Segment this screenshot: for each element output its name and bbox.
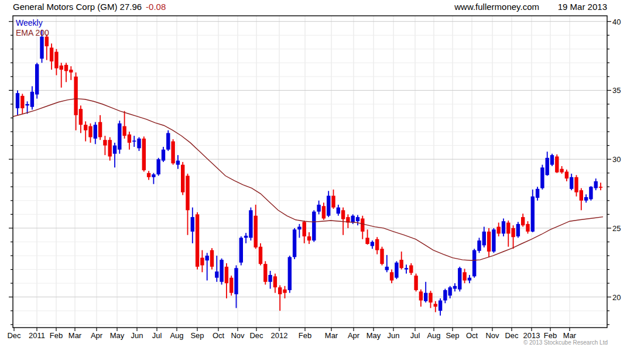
candle (60, 63, 63, 87)
candle (322, 202, 326, 219)
candle (162, 147, 165, 162)
candle (186, 174, 189, 235)
candle (346, 214, 350, 228)
chart-date: 19 Mar 2013 (558, 2, 607, 12)
candle (181, 162, 184, 195)
candle (74, 73, 77, 130)
candle (307, 232, 311, 244)
candle (487, 228, 491, 257)
candle (45, 35, 49, 60)
candle (599, 183, 602, 190)
candle (463, 269, 466, 283)
y-axis-tick-label: 20 (612, 293, 621, 302)
candle (20, 94, 24, 113)
candle (448, 286, 452, 298)
candle (137, 137, 141, 152)
candle (69, 66, 73, 80)
x-axis-tick-label: Feb (544, 331, 557, 340)
copyright-notice: © 2013 Stockcube Research Ltd (523, 339, 608, 346)
x-axis-tick-label: Dec (7, 331, 21, 340)
x-axis-tick-label: Oct (466, 331, 478, 340)
x-axis-tick-label: Jun (131, 331, 143, 340)
candle (278, 285, 282, 311)
candle (429, 291, 432, 308)
y-axis: 4035302520 (9, 18, 621, 325)
candles-group (16, 30, 602, 316)
candle (492, 228, 495, 253)
candle (482, 227, 486, 247)
candle (439, 298, 442, 315)
candle (375, 237, 379, 254)
chart-page: 4035302520Dec2011FebMarAprMayJunJulAugSe… (0, 0, 644, 351)
candle (506, 221, 510, 247)
timeframe-label: Weekly (16, 18, 43, 27)
candle (526, 221, 529, 233)
candle (536, 187, 539, 201)
candle (540, 165, 544, 190)
x-axis-tick-label: May (366, 331, 381, 340)
ema-label: EMA 200 (16, 28, 49, 37)
candle (570, 174, 573, 190)
x-axis-tick-label: Apr (91, 331, 103, 340)
candle (157, 158, 160, 176)
chart-title: General Motors Corp (GM) 27.96-0.08 (13, 2, 166, 12)
candle (317, 201, 320, 215)
candle (385, 255, 389, 272)
candle (380, 247, 383, 266)
candle (443, 289, 447, 304)
candle (152, 173, 155, 184)
x-axis-tick-label: Jul (152, 331, 162, 340)
candle (16, 90, 19, 115)
candle (497, 223, 501, 237)
y-axis-tick-label: 35 (612, 86, 621, 95)
candle (565, 170, 568, 181)
candle (589, 186, 592, 201)
candle (584, 194, 588, 202)
candle (229, 276, 233, 295)
y-axis-tick-label: 25 (612, 224, 621, 233)
candle (297, 224, 301, 238)
x-axis-tick-label: Jun (388, 331, 400, 340)
candle (108, 137, 112, 161)
candle (288, 256, 292, 293)
candle (283, 286, 286, 298)
x-axis-tick-label: Nov (231, 331, 245, 340)
x-axis-tick-label: Mar (68, 331, 82, 340)
candle (405, 264, 408, 273)
candle (560, 166, 563, 174)
candle (113, 143, 117, 167)
candle (88, 123, 92, 143)
candle (555, 154, 559, 173)
candle (516, 222, 520, 238)
candle (147, 171, 150, 180)
candle (594, 178, 598, 190)
price-gridlines (13, 22, 607, 325)
candle (550, 154, 554, 166)
price-change: -0.08 (146, 2, 166, 12)
candle (365, 229, 369, 245)
candle (414, 274, 417, 292)
candle (268, 271, 272, 289)
candle (225, 263, 228, 298)
candle (453, 283, 457, 291)
y-axis-tick-label: 30 (612, 155, 621, 164)
candle (303, 221, 306, 243)
candle (128, 132, 131, 150)
candle (54, 49, 58, 75)
candle (254, 205, 258, 249)
candle (50, 43, 53, 70)
candle (103, 136, 107, 155)
website-watermark: www.fullermoney.com (454, 2, 539, 12)
candle (521, 214, 525, 226)
candle (118, 121, 121, 154)
y-axis-tick-label: 40 (612, 18, 621, 26)
candle (79, 105, 83, 133)
x-axis-tick-label: Feb (50, 331, 63, 340)
x-axis-tick-label: 2012 (271, 331, 288, 340)
candle (477, 238, 481, 253)
candle (259, 243, 262, 266)
candle (331, 190, 335, 209)
x-axis-tick-label: Jul (410, 331, 420, 340)
candle (220, 259, 223, 285)
x-axis-tick-label: Sep (190, 331, 204, 340)
